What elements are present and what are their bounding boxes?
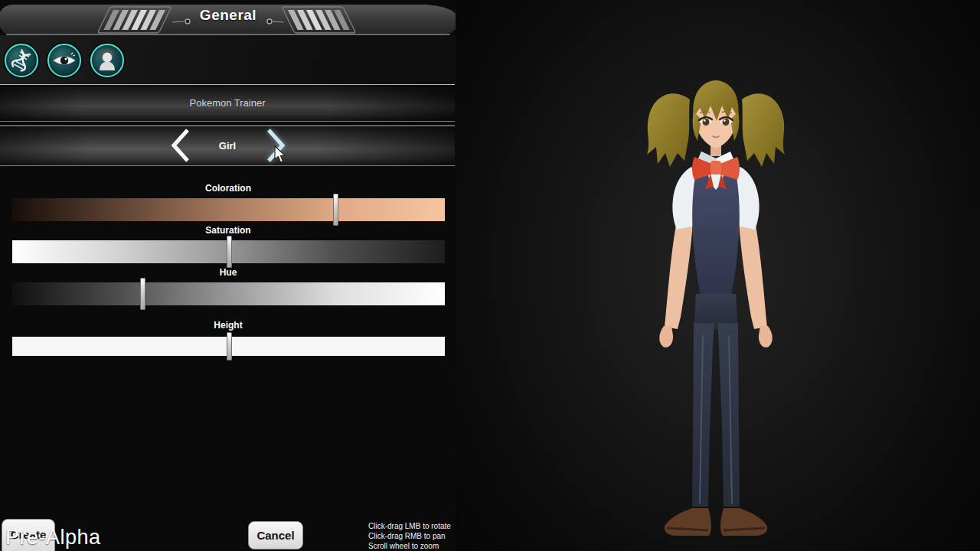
coloration-slider-handle[interactable] bbox=[333, 194, 338, 226]
slider-label: Saturation bbox=[0, 225, 456, 236]
hue-slider-track[interactable] bbox=[12, 282, 445, 305]
eye-icon bbox=[52, 51, 77, 70]
gender-value: Girl bbox=[0, 126, 455, 165]
left-panel: General bbox=[0, 0, 456, 551]
camera-help-text: Click-drag LMB to rotate Click-drag RMB … bbox=[368, 521, 451, 551]
character-creator-screen: General bbox=[0, 0, 980, 551]
person-icon bbox=[96, 49, 119, 72]
height-slider-track[interactable] bbox=[12, 337, 445, 356]
saturation-slider-track[interactable] bbox=[12, 240, 445, 263]
trainer-name-field[interactable]: Pokemon Trainer bbox=[0, 84, 455, 122]
mouse-cursor bbox=[274, 145, 287, 165]
help-line: Scroll wheel to zoom bbox=[368, 541, 451, 551]
tab-dna-button[interactable] bbox=[5, 44, 38, 77]
slider-label: Coloration bbox=[0, 183, 456, 194]
character-model bbox=[616, 67, 815, 542]
trainer-name-value: Pokemon Trainer bbox=[0, 85, 455, 121]
gender-selector: Girl bbox=[0, 126, 455, 166]
coloration-slider-track[interactable] bbox=[12, 198, 445, 221]
tab-person-button[interactable] bbox=[90, 44, 124, 77]
model-viewport[interactable] bbox=[456, 0, 980, 551]
height-slider-handle[interactable] bbox=[227, 332, 232, 360]
hue-slider-handle[interactable] bbox=[140, 278, 145, 310]
page-title: General bbox=[0, 7, 456, 24]
help-line: Click-drag LMB to rotate bbox=[368, 521, 451, 531]
tab-eye-button[interactable] bbox=[47, 44, 81, 77]
saturation-slider-handle[interactable] bbox=[227, 236, 232, 268]
slider-label: Height bbox=[0, 320, 456, 331]
category-tab-bar bbox=[0, 35, 456, 84]
slider-label: Hue bbox=[0, 267, 456, 278]
dna-icon bbox=[10, 49, 33, 72]
pre-alpha-watermark: Pre-Alpha bbox=[5, 526, 101, 549]
help-line: Click-drag RMB to pan bbox=[368, 531, 451, 541]
cancel-button[interactable]: Cancel bbox=[248, 521, 303, 549]
